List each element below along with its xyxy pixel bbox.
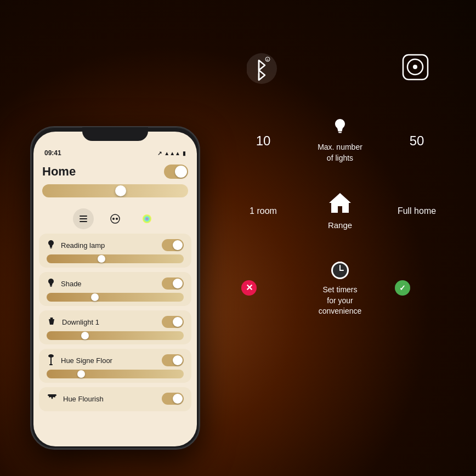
svg-marker-28 bbox=[329, 193, 351, 213]
svg-rect-8 bbox=[50, 248, 52, 248]
svg-point-5 bbox=[116, 218, 118, 220]
bluetooth-icon: R bbox=[247, 49, 277, 85]
downlight-icon bbox=[47, 317, 56, 327]
light-item-shade: Shade bbox=[39, 272, 191, 306]
lights-left-value: 10 bbox=[241, 133, 285, 149]
range-center: Range bbox=[302, 191, 378, 231]
svg-rect-7 bbox=[50, 247, 52, 248]
bulb-icon bbox=[47, 239, 55, 251]
toggle-downlight[interactable] bbox=[162, 316, 184, 328]
svg-rect-13 bbox=[50, 356, 52, 364]
svg-rect-0 bbox=[80, 216, 87, 217]
no-timers-icon: ✕ bbox=[241, 280, 257, 296]
slider-hue-signe[interactable] bbox=[47, 370, 184, 378]
bulb-compare-icon bbox=[332, 118, 348, 138]
signal-icon: ▲▲▲ bbox=[164, 150, 180, 156]
slider-downlight[interactable] bbox=[47, 331, 184, 340]
phone-notch bbox=[82, 127, 148, 141]
slider-thumb bbox=[98, 255, 105, 263]
timers-right-icon: ✓ bbox=[395, 280, 439, 296]
toggle-hue-signe[interactable] bbox=[162, 354, 184, 366]
slider-thumb bbox=[81, 332, 89, 339]
toggle-thumb bbox=[173, 240, 183, 250]
svg-point-18 bbox=[53, 397, 55, 399]
svg-point-17 bbox=[49, 397, 52, 399]
svg-rect-1 bbox=[80, 218, 87, 219]
bulb-icon-shade bbox=[47, 277, 55, 290]
location-icon: ↗ bbox=[157, 150, 162, 156]
home-header: Home bbox=[33, 160, 197, 184]
slider-shade[interactable] bbox=[47, 293, 184, 302]
range-comparison-row: 1 room Range Full home bbox=[241, 191, 439, 231]
light-item-left: Downlight 1 bbox=[47, 317, 99, 327]
svg-point-3 bbox=[111, 214, 120, 223]
light-name-hue-flourish: Hue Flourish bbox=[63, 395, 104, 403]
light-item-hue-flourish: Hue Flourish bbox=[39, 387, 191, 411]
light-item-left: Hue Flourish bbox=[47, 394, 104, 403]
clock-icon bbox=[329, 258, 351, 280]
slider-reading-lamp[interactable] bbox=[47, 254, 184, 263]
range-center-label: Range bbox=[328, 219, 352, 231]
slider-thumb bbox=[77, 370, 85, 378]
svg-rect-16 bbox=[48, 394, 56, 396]
bluetooth-icon-wrap: R bbox=[247, 49, 277, 85]
svg-rect-33 bbox=[338, 262, 342, 263]
light-item-hue-signe: Hue Signe Floor bbox=[39, 349, 191, 383]
light-item-downlight: Downlight 1 bbox=[39, 310, 191, 344]
timers-center: Set timersfor yourconvenience bbox=[302, 258, 378, 317]
toggle-thumb bbox=[173, 317, 183, 327]
home-toggle[interactable] bbox=[164, 165, 188, 179]
light-item-left: Shade bbox=[47, 277, 82, 290]
timers-left-icon: ✕ bbox=[241, 280, 285, 296]
svg-rect-15 bbox=[49, 364, 53, 365]
light-item-left: Hue Signe Floor bbox=[47, 354, 112, 366]
svg-text:R: R bbox=[267, 58, 269, 61]
slider-thumb bbox=[91, 293, 99, 301]
status-icons: ↗ ▲▲▲ ▮ bbox=[157, 150, 186, 156]
toggle-thumb bbox=[173, 394, 183, 404]
svg-point-6 bbox=[143, 214, 151, 223]
light-item-left: Reading lamp bbox=[47, 239, 105, 251]
brightness-thumb bbox=[115, 185, 126, 196]
light-name-reading-lamp: Reading lamp bbox=[61, 241, 105, 250]
light-item-header: Reading lamp bbox=[47, 239, 184, 251]
light-name-hue-signe: Hue Signe Floor bbox=[61, 356, 112, 365]
toggle-reading-lamp[interactable] bbox=[162, 239, 184, 251]
status-time: 09:41 bbox=[44, 149, 61, 157]
light-name-downlight: Downlight 1 bbox=[62, 318, 99, 326]
tab-bar bbox=[33, 204, 197, 234]
info-panel: R 10 Max. numb bbox=[230, 49, 450, 433]
light-item-header: Hue Flourish bbox=[47, 393, 184, 405]
yes-timers-icon: ✓ bbox=[395, 280, 410, 296]
home-title: Home bbox=[42, 165, 76, 179]
svg-rect-9 bbox=[50, 285, 52, 286]
light-item-header: Hue Signe Floor bbox=[47, 354, 184, 366]
lights-center-label: Max. numberof lights bbox=[318, 142, 362, 163]
tab-list[interactable] bbox=[73, 208, 94, 229]
tab-scenes[interactable] bbox=[105, 208, 126, 229]
lights-comparison-row: 10 Max. numberof lights 50 bbox=[241, 118, 439, 163]
range-left-value: 1 room bbox=[241, 206, 285, 216]
home-toggle-thumb bbox=[175, 166, 187, 178]
phone-mockup: 09:41 ↗ ▲▲▲ ▮ Home bbox=[30, 126, 200, 450]
toggle-hue-flourish[interactable] bbox=[162, 393, 184, 405]
toggle-thumb bbox=[173, 355, 183, 365]
range-right-value: Full home bbox=[395, 206, 439, 216]
phone-screen: 09:41 ↗ ▲▲▲ ▮ Home bbox=[33, 132, 197, 446]
svg-point-25 bbox=[413, 65, 417, 69]
lights-list: Reading lamp bbox=[33, 234, 197, 416]
svg-point-4 bbox=[112, 218, 115, 220]
svg-point-14 bbox=[48, 354, 54, 358]
phone-frame: 09:41 ↗ ▲▲▲ ▮ Home bbox=[30, 126, 200, 450]
svg-rect-2 bbox=[80, 221, 87, 222]
svg-rect-12 bbox=[50, 318, 53, 319]
tab-color[interactable] bbox=[137, 208, 157, 229]
bridge-icon bbox=[398, 49, 433, 85]
brightness-slider[interactable] bbox=[42, 184, 188, 197]
svg-rect-26 bbox=[338, 130, 342, 132]
timers-comparison-row: ✕ Set timersfor yourconvenience ✓ bbox=[241, 258, 439, 317]
light-item-header: Downlight 1 bbox=[47, 316, 184, 328]
battery-icon: ▮ bbox=[183, 150, 186, 156]
lights-center: Max. numberof lights bbox=[302, 118, 378, 163]
toggle-shade[interactable] bbox=[162, 277, 184, 290]
